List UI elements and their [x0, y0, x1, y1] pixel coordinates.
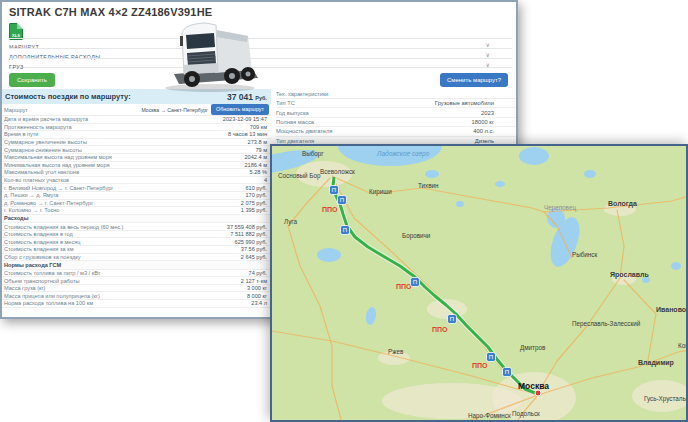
table-row: Масса груза (кг)3 000 кг — [2, 285, 271, 293]
row-value: 170 руб. — [245, 192, 267, 198]
cost-rows: Дата и время расчета маршрута2023-12-09 … — [2, 116, 271, 308]
row-value: 79 м — [255, 147, 267, 153]
map-city-label: Иваново — [656, 306, 686, 313]
row-value: 23.4 л — [251, 300, 267, 306]
toll-marker[interactable]: П — [411, 278, 420, 287]
map-water — [584, 170, 596, 178]
row-label: Максимальный угол наклона — [4, 169, 79, 175]
row-label: Максимальная высота над уровнем моря — [4, 154, 112, 160]
svg-text:П: П — [332, 187, 336, 193]
change-route-button[interactable]: Сменить маршрут? — [440, 73, 508, 87]
table-row: Масса прицепа или полуприцепа (кг)8 000 … — [2, 292, 271, 300]
row-value: 2 127 т·км — [241, 278, 267, 284]
toll-marker[interactable]: П — [487, 353, 496, 362]
specs-rows: Тип ТСГрузовые автомобилиГод выпуска2023… — [276, 99, 518, 146]
table-row: Время в пути8 часов 13 мин — [2, 131, 271, 139]
toll-checkpoint-label: ППО — [432, 326, 448, 333]
row-label: Нормы расхода ГСМ — [4, 262, 61, 268]
map-water — [425, 170, 439, 178]
map-city-label: Наро-Фоминск — [468, 412, 511, 420]
map-city-label: Переславль-Залесский — [572, 320, 641, 328]
toll-marker[interactable]: П — [338, 196, 347, 205]
route-map[interactable]: ППОППОППОППОПППППППВыборгЛадожское озеро… — [270, 144, 688, 422]
row-value: 2042.4 м — [244, 154, 267, 160]
route-value: Москва → Санкт-Петербург — [141, 107, 207, 113]
row-value: 74 руб. — [249, 270, 267, 276]
row-label: г. Коломно → г. Тосно — [4, 207, 59, 213]
row-label: д. Романово → г. Санкт-Петербург — [4, 200, 93, 206]
map-water — [671, 262, 681, 270]
table-row: Максимальная высота над уровнем моря2042… — [2, 154, 271, 162]
map-water — [495, 181, 505, 187]
table-row: Максимальный угол наклона5.28 % — [2, 169, 271, 177]
table-row: Стоимость владения за весь период (60 ме… — [2, 223, 271, 231]
row-value: 625 990 руб. — [235, 239, 267, 245]
map-city-label: Луга — [284, 218, 298, 226]
row-label: Суммарное увеличение высоты — [4, 139, 87, 145]
toll-marker[interactable]: П — [503, 368, 512, 377]
truck-photo — [152, 12, 270, 94]
row-label: г. Великий Новгород → г. Санкт-Петербург — [4, 185, 113, 191]
row-label: Протяженность маршрута — [4, 124, 72, 130]
table-row: Стоимость топлива за литр / м3 / кВт74 р… — [2, 270, 271, 278]
row-value: 2023-12-09 15:47 — [223, 116, 267, 122]
table-row: Объем транспортной работы2 127 т·км — [2, 277, 271, 285]
table-row: Дата и время расчета маршрута2023-12-09 … — [2, 116, 271, 124]
row-label: Год выпуска — [276, 110, 309, 116]
row-value: 2186.4 м — [244, 162, 267, 168]
map-city-label: Боровичи — [402, 232, 431, 240]
table-row: д. Пешки → д. Ямуга170 руб. — [2, 192, 271, 200]
table-row: Мощность двигателя400 л.с. — [276, 127, 518, 136]
row-label: Полная масса — [276, 119, 314, 125]
table-row: г. Коломно → г. Тосно1 395 руб. — [2, 207, 271, 215]
row-value: 37 559 408 руб. — [227, 224, 267, 230]
row-label: Расходы — [4, 215, 28, 221]
map-city-label: Ладожское озеро — [376, 150, 430, 158]
toll-checkpoint-label: ППО — [396, 283, 412, 290]
save-button[interactable]: Сохранить — [9, 73, 55, 87]
row-value: 273.8 м — [248, 139, 267, 145]
map-city-label: Ярославль — [610, 271, 649, 279]
toll-marker[interactable]: П — [330, 186, 339, 195]
svg-text:П: П — [413, 279, 417, 285]
row-label: Стоимость владения за весь период (60 ме… — [4, 224, 123, 230]
table-row: Протяженность маршрута709 км — [2, 124, 271, 132]
map-water — [317, 248, 341, 262]
row-value: 8 часов 13 мин — [228, 131, 267, 137]
row-label: Кол-во платных участков — [4, 177, 69, 183]
table-row: Минимальная высота над уровнем моря2186.… — [2, 162, 271, 170]
table-row: Стоимость владения в год7 511 882 руб. — [2, 231, 271, 239]
map-city-label: Подольск — [512, 410, 540, 418]
map-city-label: Кириши — [369, 188, 392, 196]
row-value: 4 — [264, 177, 267, 183]
table-row: Стоимость владения в месяц625 990 руб. — [2, 238, 271, 246]
table-row: Норма расхода топлива на 100 км23.4 л — [2, 300, 271, 308]
row-label: Время в пути — [4, 131, 38, 137]
svg-text:П: П — [450, 316, 454, 322]
table-row: г. Великий Новгород → г. Санкт-Петербург… — [2, 184, 271, 192]
map-city-label: Всеволожск — [320, 168, 355, 175]
table-row: Полная масса18000 кг — [276, 118, 518, 127]
update-route-button[interactable]: Обновить маршрут — [211, 104, 269, 115]
route-row: Маршрут Москва → Санкт-Петербург Обновит… — [2, 104, 271, 116]
toll-checkpoint-label: ППО — [472, 362, 488, 369]
toll-marker[interactable]: П — [448, 315, 457, 324]
table-section-row: Нормы расхода ГСМ — [2, 261, 271, 270]
row-value: 709 км — [250, 124, 267, 130]
map-city-label: Ковров — [678, 342, 686, 350]
toll-marker[interactable]: П — [341, 226, 350, 235]
map-city-label: Владимир — [638, 359, 674, 367]
specs-panel: Тех. характеристики Тип ТСГрузовые автом… — [276, 89, 518, 146]
screenshot-stage: SITRAK C7H MAX 4×2 ZZ4186V391HE XLS МАРШ… — [0, 0, 688, 422]
chevron-down-icon: ∨ — [486, 60, 490, 70]
map-city-label: Рыбинск — [572, 251, 597, 258]
row-label: Стоимость владения в месяц — [4, 239, 80, 245]
map-city-label: Ржев — [388, 348, 404, 355]
row-value: 8 000 кг — [247, 293, 267, 299]
map-city-label: Череповец — [544, 204, 576, 212]
row-label: Норма расхода топлива на 100 км — [4, 300, 93, 306]
row-value: 37.56 руб. — [241, 246, 267, 252]
row-value: 18000 кг — [472, 119, 518, 125]
row-label: Стоимость владения за км — [4, 246, 73, 252]
row-value: 2 645 руб. — [241, 254, 267, 260]
